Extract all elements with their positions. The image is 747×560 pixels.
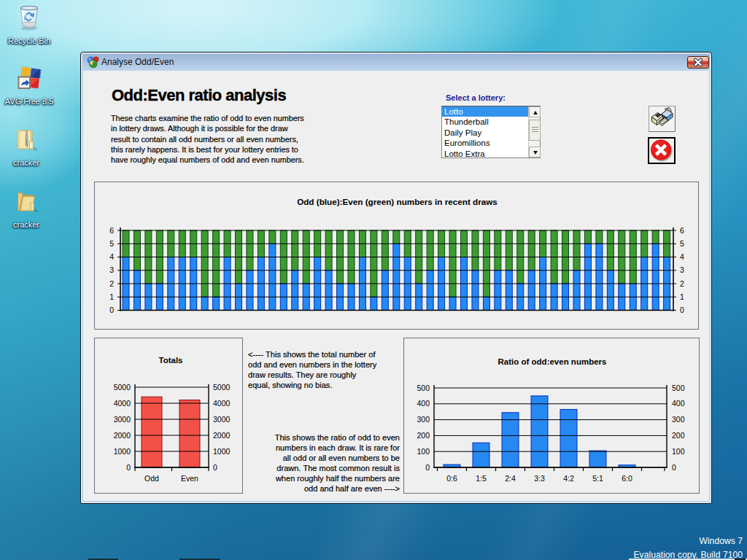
svg-text:5000: 5000 bbox=[114, 383, 131, 392]
svg-text:200: 200 bbox=[417, 431, 430, 440]
svg-text:100: 100 bbox=[672, 447, 685, 456]
svg-text:0: 0 bbox=[213, 463, 217, 472]
svg-text:1: 1 bbox=[680, 292, 684, 301]
svg-text:4:2: 4:2 bbox=[563, 474, 574, 483]
svg-text:3: 3 bbox=[109, 265, 114, 274]
svg-text:3000: 3000 bbox=[213, 415, 231, 424]
svg-text:400: 400 bbox=[672, 399, 685, 408]
svg-text:6: 6 bbox=[109, 226, 114, 235]
svg-text:1000: 1000 bbox=[114, 447, 131, 456]
svg-text:4: 4 bbox=[680, 252, 684, 261]
svg-text:Odd: Odd bbox=[144, 474, 159, 483]
svg-text:500: 500 bbox=[417, 384, 430, 392]
svg-text:3: 3 bbox=[680, 265, 684, 274]
svg-text:1:5: 1:5 bbox=[476, 474, 487, 483]
svg-text:300: 300 bbox=[672, 415, 685, 424]
svg-text:0: 0 bbox=[126, 463, 131, 472]
svg-text:0:6: 0:6 bbox=[446, 474, 457, 483]
svg-text:Even: Even bbox=[181, 474, 198, 483]
svg-text:4000: 4000 bbox=[114, 399, 131, 408]
svg-text:5:1: 5:1 bbox=[592, 474, 603, 483]
svg-text:400: 400 bbox=[417, 399, 430, 408]
svg-text:Ratio of odd:even numbers: Ratio of odd:even numbers bbox=[498, 357, 607, 366]
svg-text:5: 5 bbox=[109, 239, 114, 248]
svg-text:0: 0 bbox=[672, 463, 676, 472]
svg-text:200: 200 bbox=[672, 431, 685, 440]
svg-text:5: 5 bbox=[680, 239, 684, 248]
svg-text:2:4: 2:4 bbox=[505, 474, 516, 483]
svg-text:2000: 2000 bbox=[114, 431, 131, 440]
svg-text:Odd (blue):Even (green) number: Odd (blue):Even (green) numbers in recen… bbox=[297, 197, 498, 206]
svg-text:0: 0 bbox=[680, 306, 684, 314]
svg-text:4000: 4000 bbox=[213, 399, 231, 408]
svg-text:0: 0 bbox=[425, 463, 430, 472]
svg-text:5000: 5000 bbox=[213, 383, 231, 392]
svg-text:2000: 2000 bbox=[213, 431, 231, 440]
svg-text:4: 4 bbox=[109, 252, 114, 261]
svg-text:100: 100 bbox=[417, 447, 430, 456]
svg-text:6: 6 bbox=[680, 226, 684, 235]
svg-text:500: 500 bbox=[672, 384, 685, 392]
svg-text:1: 1 bbox=[109, 292, 114, 301]
svg-text:300: 300 bbox=[417, 415, 430, 424]
svg-text:1000: 1000 bbox=[213, 447, 231, 456]
svg-text:Totals: Totals bbox=[158, 356, 182, 365]
svg-text:6:0: 6:0 bbox=[622, 474, 632, 483]
svg-text:2: 2 bbox=[109, 279, 114, 288]
svg-text:0: 0 bbox=[109, 306, 114, 314]
svg-text:3:3: 3:3 bbox=[534, 474, 545, 483]
svg-text:3000: 3000 bbox=[114, 415, 131, 424]
svg-text:2: 2 bbox=[680, 279, 684, 288]
